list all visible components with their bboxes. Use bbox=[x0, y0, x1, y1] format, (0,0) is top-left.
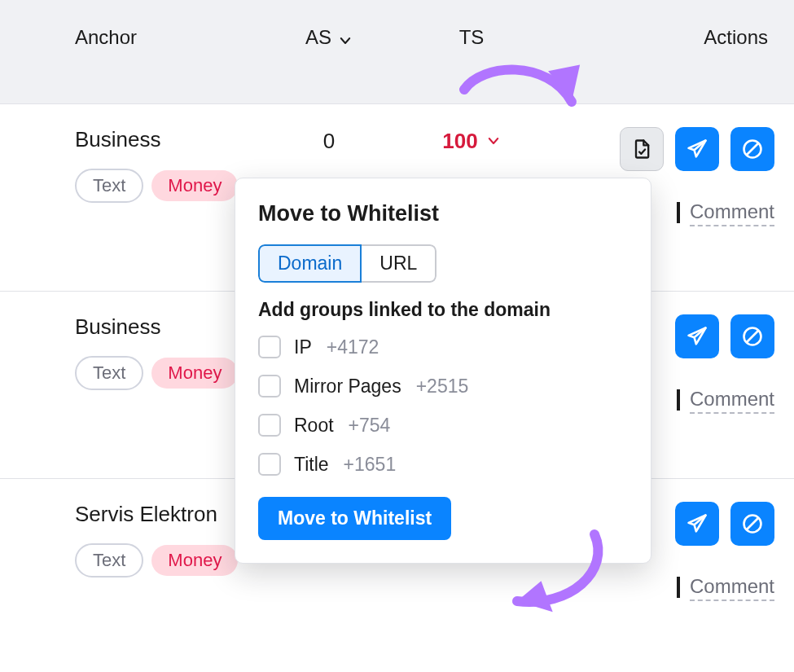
popover-title: Move to Whitelist bbox=[258, 201, 628, 226]
scope-segmented-control: Domain URL bbox=[258, 244, 436, 283]
group-count: +2515 bbox=[416, 376, 469, 397]
group-item-root[interactable]: Root +754 bbox=[258, 414, 628, 437]
header-ts: TS bbox=[459, 26, 485, 48]
group-count: +1651 bbox=[344, 454, 397, 476]
tag-text[interactable]: Text bbox=[75, 169, 143, 203]
table-header: Anchor AS TS Actions bbox=[0, 0, 794, 104]
send-button[interactable] bbox=[675, 502, 719, 546]
ts-value: 100 bbox=[442, 129, 477, 154]
send-button[interactable] bbox=[675, 127, 719, 171]
header-actions: Actions bbox=[704, 26, 768, 48]
disavow-button[interactable] bbox=[730, 127, 774, 171]
chevron-down-icon bbox=[486, 129, 501, 143]
move-to-whitelist-button[interactable]: Move to Whitelist bbox=[258, 497, 451, 540]
svg-line-3 bbox=[747, 331, 758, 342]
move-to-whitelist-popover: Move to Whitelist Domain URL Add groups … bbox=[235, 178, 651, 564]
comment-stub-icon bbox=[677, 202, 680, 223]
popover-subtitle: Add groups linked to the domain bbox=[258, 299, 628, 321]
ts-value-toggle[interactable]: 100 bbox=[402, 127, 541, 154]
anchor-title: Business bbox=[75, 127, 256, 152]
comment-stub-icon bbox=[677, 577, 680, 598]
whitelist-page-button[interactable] bbox=[620, 127, 664, 171]
disavow-button[interactable] bbox=[730, 502, 774, 546]
group-item-ip[interactable]: IP +4172 bbox=[258, 336, 628, 358]
group-label: Mirror Pages bbox=[294, 376, 401, 397]
tag-money[interactable]: Money bbox=[151, 358, 238, 389]
svg-line-1 bbox=[747, 143, 758, 155]
comment-stub-icon bbox=[677, 389, 680, 411]
tag-money[interactable]: Money bbox=[151, 545, 238, 576]
chevron-down-icon bbox=[338, 30, 353, 45]
seg-domain[interactable]: Domain bbox=[258, 244, 362, 283]
group-label: Title bbox=[294, 454, 329, 476]
group-item-title[interactable]: Title +1651 bbox=[258, 453, 628, 476]
tag-text[interactable]: Text bbox=[75, 543, 143, 578]
disavow-button[interactable] bbox=[730, 314, 774, 358]
svg-line-5 bbox=[747, 518, 758, 529]
group-count: +4172 bbox=[327, 336, 379, 358]
group-label: Root bbox=[294, 415, 334, 437]
group-item-mirror[interactable]: Mirror Pages +2515 bbox=[258, 375, 628, 397]
comment-link[interactable]: Comment bbox=[690, 200, 774, 226]
group-checklist: IP +4172 Mirror Pages +2515 Root +754 Ti… bbox=[258, 336, 628, 476]
checkbox-icon bbox=[258, 414, 281, 437]
checkbox-icon bbox=[258, 375, 281, 397]
seg-url[interactable]: URL bbox=[360, 244, 436, 283]
checkbox-icon bbox=[258, 453, 281, 476]
anchor-title: Servis Elektron bbox=[75, 502, 256, 527]
anchor-title: Business bbox=[75, 314, 256, 340]
header-as-label: AS bbox=[305, 26, 331, 49]
header-anchor: Anchor bbox=[75, 26, 137, 48]
group-count: +754 bbox=[349, 415, 391, 437]
checkbox-icon bbox=[258, 336, 281, 358]
send-button[interactable] bbox=[675, 314, 719, 358]
as-value: 0 bbox=[256, 127, 402, 154]
tag-text[interactable]: Text bbox=[75, 356, 143, 390]
tag-money[interactable]: Money bbox=[151, 170, 238, 201]
header-as-sort[interactable]: AS bbox=[256, 26, 402, 49]
comment-link[interactable]: Comment bbox=[690, 575, 774, 601]
comment-link[interactable]: Comment bbox=[690, 388, 774, 414]
group-label: IP bbox=[294, 336, 312, 358]
